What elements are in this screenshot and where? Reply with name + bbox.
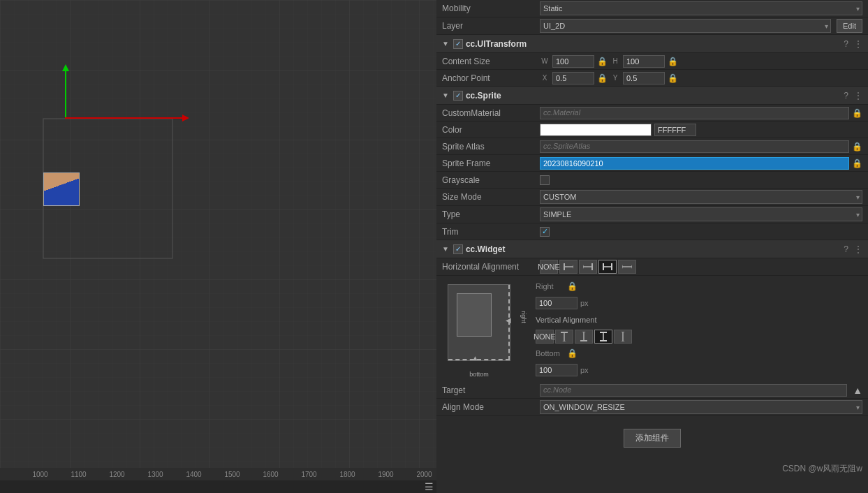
- custom-material-lock[interactable]: 🔒: [852, 108, 862, 118]
- v-align-top-btn[interactable]: [555, 330, 573, 344]
- collapse-arrow-widget[interactable]: ▼: [442, 245, 449, 253]
- v-align-bottom-btn[interactable]: [575, 330, 593, 344]
- h-align-right-btn[interactable]: [579, 260, 597, 274]
- right-lock-icon[interactable]: 🔒: [567, 281, 578, 291]
- collapse-arrow-sprite[interactable]: ▼: [442, 91, 449, 99]
- size-mode-row: Size Mode CUSTOM TRIMMED RAW: [436, 189, 868, 206]
- layer-select-wrapper[interactable]: UI_2D DEFAULT: [540, 19, 831, 33]
- uitransform-help-icon[interactable]: ?: [844, 39, 848, 49]
- right-value-input[interactable]: [536, 297, 578, 309]
- h-align-stretch-btn[interactable]: [598, 260, 617, 274]
- target-label: Target: [442, 385, 540, 395]
- size-mode-select[interactable]: CUSTOM TRIMMED RAW: [540, 190, 862, 204]
- horizontal-alignment-label: Horizontal Alignment: [442, 262, 540, 272]
- svg-rect-9: [611, 263, 612, 270]
- h-align-left-btn[interactable]: [559, 260, 578, 274]
- mobility-select[interactable]: Static Dynamic: [540, 1, 862, 15]
- align-mode-select-wrapper[interactable]: ON_WINDOW_RESIZE ALWAYS ONCE: [540, 400, 862, 414]
- content-size-w-input[interactable]: [552, 55, 594, 68]
- grayscale-checkbox[interactable]: [540, 175, 550, 185]
- ruler-bottom: 1000 1100 1200 1300 1400 1500 1600 1700 …: [0, 468, 436, 480]
- svg-rect-21: [600, 332, 607, 333]
- v-align-stretch-btn[interactable]: [594, 330, 612, 344]
- layer-select[interactable]: UI_2D DEFAULT: [540, 19, 831, 33]
- hamburger-icon[interactable]: ☰: [425, 481, 434, 492]
- svg-rect-6: [591, 263, 593, 270]
- layer-edit-button[interactable]: Edit: [837, 19, 862, 33]
- align-mode-row: Align Mode ON_WINDOW_RESIZE ALWAYS ONCE: [436, 399, 868, 416]
- w-label: W: [540, 57, 550, 65]
- anchor-point-y-input[interactable]: [623, 72, 665, 84]
- right-input-row: px: [536, 295, 862, 311]
- uitransform-section-header: ▼ ✓ cc.UITransform ? ⋮: [436, 35, 868, 53]
- sprite-preview: [43, 172, 80, 206]
- widget-help-icon[interactable]: ?: [844, 244, 848, 254]
- svg-rect-18: [580, 340, 587, 341]
- bottom-lock-icon[interactable]: 🔒: [567, 348, 578, 358]
- custom-material-field: cc.Material: [540, 107, 849, 119]
- uitransform-menu-icon[interactable]: ⋮: [854, 39, 862, 49]
- sprite-frame-lock[interactable]: 🔒: [852, 159, 862, 168]
- v-align-center-btn[interactable]: [614, 330, 632, 344]
- vertical-alignment-buttons: NONE: [536, 330, 632, 344]
- add-component-button[interactable]: 添加组件: [624, 429, 681, 448]
- color-swatch[interactable]: [540, 124, 652, 136]
- right-panel: Mobility Static Dynamic Layer UI_2D DEFA…: [436, 0, 868, 493]
- size-mode-select-wrapper[interactable]: CUSTOM TRIMMED RAW: [540, 190, 862, 204]
- lock-ay-icon[interactable]: 🔒: [668, 73, 678, 83]
- horizontal-alignment-row: Horizontal Alignment NONE: [436, 258, 868, 276]
- ruler-mark: 1900: [367, 471, 405, 478]
- sprite-checkbox[interactable]: ✓: [453, 91, 463, 101]
- anchor-point-label: Anchor Point: [442, 73, 540, 83]
- sprite-atlas-lock[interactable]: 🔒: [852, 142, 862, 152]
- lock-w-icon[interactable]: 🔒: [597, 57, 608, 66]
- target-arrow-icon[interactable]: ▲: [853, 385, 862, 396]
- svg-rect-22: [600, 340, 607, 341]
- viewport[interactable]: 1000 1100 1200 1300 1400 1500 1600 1700 …: [0, 0, 436, 493]
- svg-rect-3: [564, 263, 565, 270]
- widget-title: cc.Widget: [466, 244, 506, 254]
- type-select[interactable]: SIMPLE SLICED TILED FILLED: [540, 207, 862, 221]
- widget-checkbox[interactable]: ✓: [453, 244, 463, 254]
- mobility-select-wrapper[interactable]: Static Dynamic: [540, 1, 862, 15]
- uitransform-checkbox[interactable]: ✓: [453, 39, 463, 49]
- custom-material-row: CustomMaterial cc.Material 🔒: [436, 105, 868, 122]
- sprite-frame-value[interactable]: 20230816090210: [540, 157, 849, 170]
- size-mode-label: Size Mode: [442, 192, 540, 202]
- right-label: Right: [536, 282, 567, 290]
- bottom-input-row: px: [536, 362, 862, 378]
- type-select-wrapper[interactable]: SIMPLE SLICED TILED FILLED: [540, 207, 862, 221]
- color-hex-input[interactable]: [654, 124, 696, 136]
- content-size-h-input[interactable]: [623, 55, 665, 68]
- ruler-mark: 1100: [59, 471, 98, 478]
- svg-marker-13: [622, 265, 623, 269]
- sprite-help-icon[interactable]: ?: [844, 91, 848, 101]
- bottom-value-input[interactable]: [536, 364, 578, 376]
- sprite-menu-icon[interactable]: ⋮: [854, 91, 862, 101]
- y-label-anchor: Y: [610, 74, 620, 82]
- svg-rect-15: [561, 332, 568, 333]
- ruler-mark: 1600: [251, 471, 290, 478]
- h-align-none-btn[interactable]: NONE: [540, 260, 558, 274]
- ruler-mark: 1300: [136, 471, 175, 478]
- align-mode-select[interactable]: ON_WINDOW_RESIZE ALWAYS ONCE: [540, 400, 862, 414]
- grayscale-row: Grayscale: [436, 172, 868, 189]
- lock-h-icon[interactable]: 🔒: [668, 57, 678, 66]
- sprite-title: cc.Sprite: [466, 91, 501, 101]
- custom-material-label: CustomMaterial: [442, 108, 540, 118]
- anchor-point-x-input[interactable]: [552, 72, 594, 84]
- add-component-section: 添加组件: [436, 416, 868, 460]
- svg-marker-5: [573, 265, 573, 269]
- widget-right-props: Right 🔒 px Vertical Alignment NONE: [530, 279, 862, 379]
- color-label: Color: [442, 125, 540, 135]
- trim-checkbox[interactable]: ✓: [540, 227, 550, 237]
- widget-section-header: ▼ ✓ cc.Widget ? ⋮: [436, 240, 868, 258]
- h-align-center-btn[interactable]: [618, 260, 636, 274]
- v-align-none-btn[interactable]: NONE: [536, 330, 554, 344]
- lock-ax-icon[interactable]: 🔒: [597, 73, 608, 83]
- red-arrow-right: [65, 117, 184, 119]
- collapse-arrow-uitransform[interactable]: ▼: [442, 40, 449, 47]
- target-field: cc.Node: [540, 384, 847, 397]
- svg-rect-10: [603, 263, 604, 270]
- widget-menu-icon[interactable]: ⋮: [854, 244, 862, 254]
